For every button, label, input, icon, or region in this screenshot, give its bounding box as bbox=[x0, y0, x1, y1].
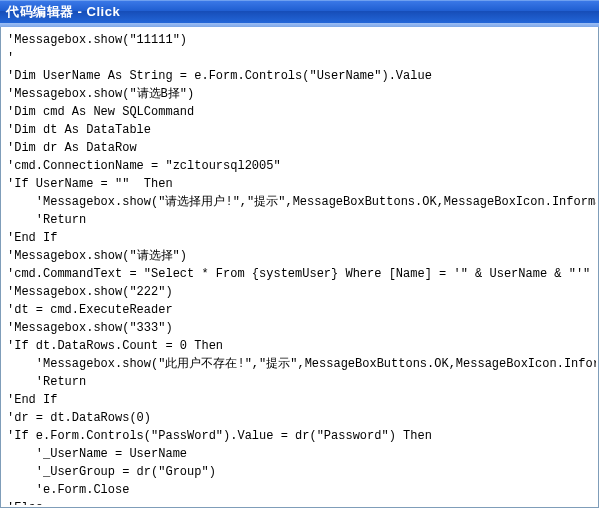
code-editor-panel: 'Messagebox.show("11111") ' 'Dim UserNam… bbox=[0, 27, 599, 508]
code-textarea[interactable]: 'Messagebox.show("11111") ' 'Dim UserNam… bbox=[3, 29, 596, 505]
window-title: 代码编辑器 - Click bbox=[6, 4, 120, 19]
window-titlebar: 代码编辑器 - Click bbox=[0, 0, 599, 23]
